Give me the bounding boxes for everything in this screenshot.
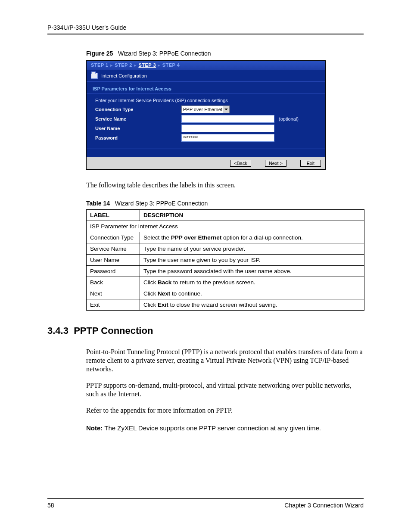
col-header-description: DESCRIPTION — [140, 210, 364, 221]
wizard-divider — [87, 149, 325, 149]
table-row: Password Type the password associated wi… — [87, 266, 364, 277]
col-header-label: LABEL — [87, 210, 140, 221]
step-arrow-icon: ▸ — [156, 62, 162, 68]
cell-desc: Click Back to return to the previous scr… — [140, 277, 364, 288]
connection-type-value: PPP over Ethernet — [183, 107, 222, 112]
connection-type-select[interactable]: PPP over Ethernet — [181, 106, 230, 113]
section-p2: PPTP supports on-demand, multi-protocol,… — [86, 381, 364, 398]
figure-caption: Figure 25 Wizard Step 3: PPPoE Connectio… — [86, 50, 364, 57]
row-connection-type: Connection Type PPP over Ethernet — [93, 105, 319, 114]
figure-label: Figure 25 — [86, 50, 113, 57]
wizard-screenshot: STEP 1▸STEP 2▸STEP 3▸STEP 4 Internet Con… — [86, 60, 326, 170]
table-row: Connection Type Select the PPP over Ethe… — [87, 232, 364, 243]
desc-bold: Next — [158, 290, 170, 297]
desc-pre: Type the password associated with the us… — [143, 268, 292, 274]
wizard-title-bar: Internet Configuration — [87, 70, 325, 82]
section-heading: 3.4.3 PPTP Connection — [47, 325, 364, 336]
desc-post: to close the wizard screen without savin… — [168, 302, 277, 308]
description-table: LABEL DESCRIPTION ISP Parameter for Inte… — [86, 209, 364, 311]
section-number: 3.4.3 — [47, 325, 68, 336]
desc-pre: Type the name of your service provider. — [143, 246, 245, 252]
cell-desc: Type the name of your service provider. — [140, 243, 364, 255]
table-label: Table 14 — [86, 200, 110, 207]
desc-pre: Select the — [143, 234, 171, 241]
step-4[interactable]: STEP 4 — [162, 62, 180, 68]
wizard-step-bar: STEP 1▸STEP 2▸STEP 3▸STEP 4 — [87, 61, 325, 70]
label-connection-type: Connection Type — [95, 107, 181, 112]
desc-pre: Click — [143, 279, 158, 286]
cell-desc: Type the user name given to you by your … — [140, 255, 364, 266]
cell-desc: Select the PPP over Ethernet option for … — [140, 232, 364, 243]
step-2[interactable]: STEP 2 — [115, 62, 132, 68]
desc-pre: Type the user name given to you by your … — [143, 257, 260, 263]
label-password: Password — [95, 135, 181, 140]
step-3[interactable]: STEP 3 — [138, 62, 156, 68]
cell-label: User Name — [87, 255, 140, 266]
page-number: 58 — [47, 502, 54, 509]
table-row: Next Click Next to continue. — [87, 288, 364, 299]
desc-pre: Click — [143, 290, 158, 297]
cell-desc: Click Exit to close the wizard screen wi… — [140, 299, 364, 311]
desc-pre: Click — [143, 302, 158, 308]
label-service-name: Service Name — [95, 116, 181, 121]
desc-post: to continue. — [170, 290, 202, 297]
wizard-footer: <Back Next > Exit — [87, 157, 325, 169]
step-arrow-icon: ▸ — [109, 62, 115, 68]
label-user-name: User Name — [95, 126, 181, 131]
desc-bold: PPP over Ethernet — [171, 234, 222, 241]
note-text: The ZyXEL Device supports one PPTP serve… — [104, 424, 321, 432]
desc-post: option for a dial-up connection. — [221, 234, 302, 241]
cell-label: Exit — [87, 299, 140, 311]
service-name-input[interactable] — [181, 115, 274, 123]
table-caption-text: Wizard Step 3: PPPoE Connection — [115, 200, 208, 207]
step-1[interactable]: STEP 1 — [91, 62, 109, 68]
section-p3: Refer to the appendix for more informati… — [86, 406, 364, 415]
row-password: Password ******** — [93, 133, 319, 143]
desc-post: to return to the previous screen. — [171, 279, 255, 286]
wizard-instruction: Enter your Internet Service Provider's (… — [93, 96, 319, 105]
back-button[interactable]: <Back — [230, 160, 251, 167]
row-user-name: User Name — [93, 124, 319, 133]
table-row: Exit Click Exit to close the wizard scre… — [87, 299, 364, 311]
service-name-optional: (optional) — [279, 116, 299, 121]
exit-button[interactable]: Exit — [300, 160, 321, 167]
desc-bold: Back — [158, 279, 171, 286]
cell-label: Password — [87, 266, 140, 277]
password-input[interactable]: ******** — [181, 134, 274, 142]
row-service-name: Service Name (optional) — [93, 114, 319, 124]
table-caption: Table 14 Wizard Step 3: PPPoE Connection — [86, 200, 364, 207]
cell-label: Service Name — [87, 243, 140, 255]
intro-paragraph: The following table describes the labels… — [86, 181, 364, 190]
step-arrow-icon: ▸ — [132, 62, 139, 68]
figure-text: Wizard Step 3: PPPoE Connection — [118, 50, 211, 57]
cell-label: Connection Type — [87, 232, 140, 243]
next-button[interactable]: Next > — [265, 160, 286, 167]
section-title: PPTP Connection — [74, 325, 153, 336]
wizard-title-text: Internet Configuration — [101, 73, 147, 78]
page-footer: 58 Chapter 3 Connection Wizard — [47, 498, 364, 509]
wizard-section-heading: ISP Parameters for Internet Access — [87, 82, 325, 93]
page-header: P-334U/P-335U User's Guide — [47, 24, 364, 34]
table-row: Back Click Back to return to the previou… — [87, 277, 364, 288]
chevron-down-icon[interactable] — [223, 106, 229, 113]
table-row: Service Name Type the name of your servi… — [87, 243, 364, 255]
user-name-input[interactable] — [181, 124, 274, 132]
note-label: Note: — [86, 424, 103, 432]
table-span-row: ISP Parameter for Internet Access — [87, 221, 364, 232]
cell-desc: Type the password associated with the us… — [140, 266, 364, 277]
wizard-body: Enter your Internet Service Provider's (… — [87, 93, 325, 157]
chapter-label: Chapter 3 Connection Wizard — [284, 502, 364, 509]
cell-label: Next — [87, 288, 140, 299]
note-line: Note: The ZyXEL Device supports one PPTP… — [86, 424, 364, 432]
folder-icon — [91, 73, 98, 79]
desc-bold: Exit — [158, 302, 168, 308]
table-row: User Name Type the user name given to yo… — [87, 255, 364, 266]
cell-desc: Click Next to continue. — [140, 288, 364, 299]
cell-label: Back — [87, 277, 140, 288]
section-p1: Point-to-Point Tunneling Protocol (PPTP)… — [86, 348, 364, 373]
